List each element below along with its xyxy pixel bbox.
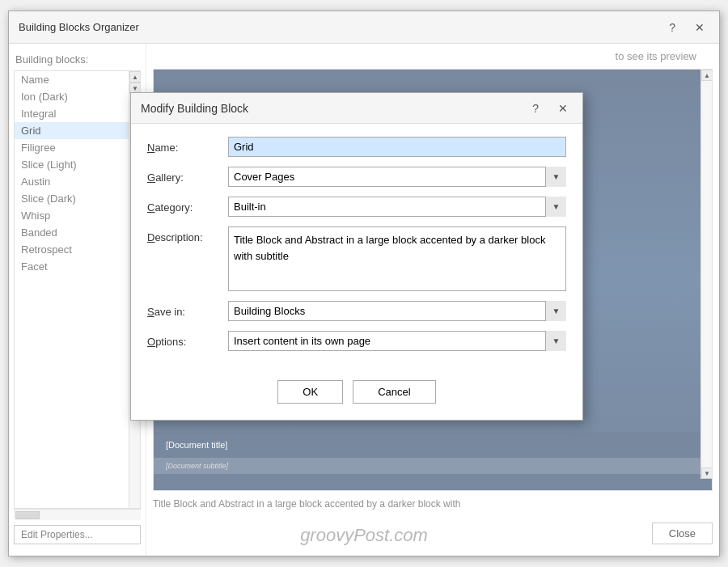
gallery-select[interactable]: Cover Pages Headers Footers Text Boxes bbox=[228, 167, 566, 187]
options-select-wrap: Insert content in its own page Insert co… bbox=[228, 331, 566, 351]
outer-window: Building Blocks Organizer ? ✕ Building b… bbox=[8, 11, 720, 556]
modal-title: Modify Building Block bbox=[141, 102, 248, 115]
name-input[interactable] bbox=[228, 137, 566, 157]
options-row: Options: Insert content in its own page … bbox=[147, 331, 566, 351]
modal-close-button[interactable]: ✕ bbox=[553, 100, 573, 116]
category-label: Category: bbox=[147, 200, 228, 214]
modal-controls: ? ✕ bbox=[527, 100, 573, 116]
save-in-row: Save in: Building Blocks Normal Custom ▼ bbox=[147, 301, 566, 321]
name-label: Name: bbox=[147, 140, 228, 154]
save-in-label-text: Save in: bbox=[147, 306, 185, 318]
outer-titlebar: Building Blocks Organizer ? ✕ bbox=[9, 11, 719, 44]
modal-titlebar: Modify Building Block ? ✕ bbox=[131, 93, 582, 124]
gallery-row: Gallery: Cover Pages Headers Footers Tex… bbox=[147, 167, 566, 187]
save-in-select[interactable]: Building Blocks Normal Custom bbox=[228, 301, 566, 321]
gallery-select-wrap: Cover Pages Headers Footers Text Boxes ▼ bbox=[228, 167, 566, 187]
modal-help-button[interactable]: ? bbox=[527, 100, 544, 116]
modal-footer: OK Cancel bbox=[131, 374, 582, 404]
ok-button[interactable]: OK bbox=[277, 380, 343, 404]
category-select-wrap: Built-in General Custom ▼ bbox=[228, 197, 566, 217]
name-row: Name: bbox=[147, 137, 566, 157]
save-in-label: Save in: bbox=[147, 304, 228, 318]
category-select[interactable]: Built-in General Custom bbox=[228, 197, 566, 217]
description-textarea[interactable]: Title Block and Abstract in a large bloc… bbox=[228, 226, 566, 291]
category-row: Category: Built-in General Custom ▼ bbox=[147, 197, 566, 217]
outer-titlebar-controls: ? ✕ bbox=[664, 19, 709, 36]
save-in-select-wrap: Building Blocks Normal Custom ▼ bbox=[228, 301, 566, 321]
options-label: Options: bbox=[147, 334, 228, 348]
description-label-text: Description: bbox=[147, 231, 203, 243]
category-label-text: Category: bbox=[147, 201, 193, 214]
outer-help-button[interactable]: ? bbox=[664, 19, 680, 36]
description-label: Description: bbox=[147, 226, 228, 243]
outer-content: Building blocks: Name Ion (Dark) Integra… bbox=[9, 44, 719, 556]
outer-window-title: Building Blocks Organizer bbox=[19, 21, 139, 33]
description-row: Description: Title Block and Abstract in… bbox=[147, 226, 566, 291]
gallery-label: Gallery: bbox=[147, 170, 228, 184]
form-body: Name: Gallery: Cover Pages Headers Foote… bbox=[131, 124, 582, 374]
modal-dialog: Modify Building Block ? ✕ Name: G bbox=[130, 92, 583, 421]
outer-close-button[interactable]: ✕ bbox=[690, 19, 709, 36]
options-label-text: Options: bbox=[147, 336, 186, 348]
options-select[interactable]: Insert content in its own page Insert co… bbox=[228, 331, 566, 351]
name-label-text: Name: bbox=[147, 142, 178, 154]
gallery-label-text: Gallery: bbox=[147, 171, 184, 184]
cancel-button[interactable]: Cancel bbox=[353, 380, 435, 404]
